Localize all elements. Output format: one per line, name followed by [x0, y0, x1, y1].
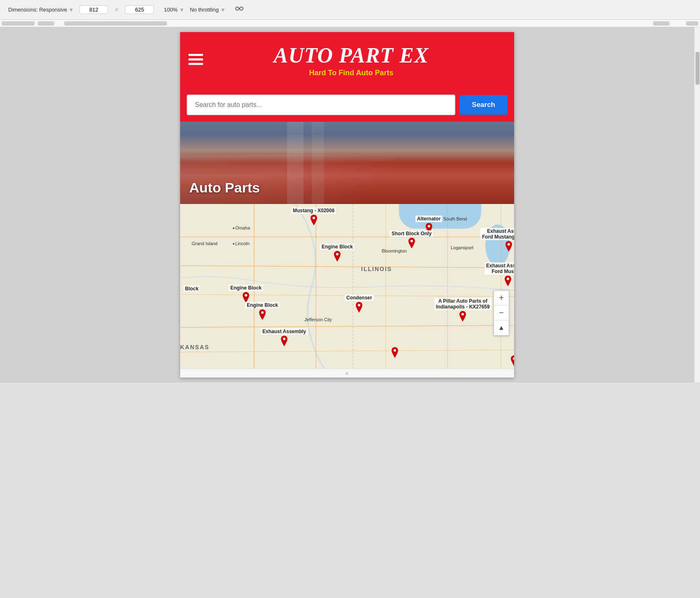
svg-point-0 — [236, 7, 239, 10]
svg-line-7 — [180, 266, 514, 268]
dropdown-arrow: ▾ — [70, 6, 73, 14]
city-grand-island: Grand Island — [192, 241, 218, 246]
search-section: Search — [180, 89, 514, 122]
site-title: AUTO PART EX — [271, 44, 432, 67]
tab-scroll-thumb5 — [686, 21, 698, 25]
svg-point-1 — [240, 7, 243, 10]
vertical-scrollbar[interactable] — [694, 27, 700, 382]
site-subtitle: Hard To Find Auto Parts — [271, 69, 432, 77]
header-title-area: AUTO PART EX Hard To Find Auto Parts — [271, 44, 432, 77]
svg-point-20 — [336, 253, 338, 255]
svg-point-26 — [461, 313, 464, 315]
svg-point-19 — [410, 240, 413, 242]
map-terrain: ILLINOIS KANSAS Omaha Grand Island Linco… — [180, 204, 514, 369]
dimensions-label: Dimensions: Responsive — [8, 7, 67, 13]
throttle-label: No throttling — [190, 7, 219, 13]
map-section[interactable]: ILLINOIS KANSAS Omaha Grand Island Linco… — [180, 204, 514, 369]
svg-line-10 — [180, 350, 514, 352]
settings-icon[interactable] — [234, 4, 244, 16]
width-input[interactable] — [79, 5, 108, 14]
city-omaha: Omaha — [233, 225, 250, 230]
tab-bar — [0, 20, 700, 27]
tab-scroll-thumb2 — [38, 21, 54, 25]
svg-point-24 — [261, 311, 264, 314]
tab-scroll-thumb4 — [653, 21, 670, 25]
viewport-area: AUTO PART EX Hard To Find Auto Parts Sea… — [0, 27, 700, 382]
city-jefferson-city: Jefferson City — [304, 317, 332, 322]
marker-engine-block-left2[interactable]: Engine Block — [245, 302, 280, 322]
marker-a-pillar[interactable]: A Pillar Auto Parts ofIndianapolis - KX2… — [434, 298, 491, 324]
tab-scroll-thumb — [2, 21, 35, 25]
svg-rect-5 — [188, 63, 203, 65]
hero-section: Auto Parts — [180, 122, 514, 204]
zoom-label: 100% — [164, 7, 177, 13]
marker-mustang-x02006[interactable]: Mustang - X02006 — [291, 207, 336, 228]
city-lincoln: Lincoln — [233, 241, 250, 246]
search-input[interactable] — [187, 95, 455, 115]
marker-bottom[interactable] — [390, 347, 400, 360]
zoom-out-button[interactable]: − — [494, 306, 509, 320]
marker-engine-block-center[interactable]: Engine Block — [320, 243, 355, 264]
svg-point-23 — [245, 294, 247, 297]
svg-rect-4 — [188, 58, 203, 60]
marker-bottom-right[interactable] — [509, 355, 514, 369]
throttle-control[interactable]: No throttling ▾ — [190, 6, 225, 14]
svg-point-21 — [508, 243, 510, 246]
marker-block[interactable]: Block — [183, 285, 200, 293]
svg-line-9 — [180, 325, 514, 327]
zoom-in-button[interactable]: + — [494, 291, 509, 306]
svg-point-18 — [428, 225, 430, 227]
city-logansport: Logansport — [451, 245, 473, 250]
search-button[interactable]: Search — [459, 95, 508, 115]
marker-short-block[interactable]: Short Block Only — [390, 230, 433, 251]
hamburger-menu-icon[interactable] — [188, 54, 262, 67]
dimensions-control[interactable]: Dimensions: Responsive ▾ — [8, 6, 73, 14]
state-label-kansas: KANSAS — [180, 344, 209, 350]
svg-rect-3 — [188, 54, 203, 56]
height-input[interactable] — [125, 5, 154, 14]
state-label-illinois: ILLINOIS — [361, 266, 392, 272]
svg-point-27 — [283, 338, 285, 340]
viewport: AUTO PART EX Hard To Find Auto Parts Sea… — [0, 27, 694, 382]
dimension-x: × — [115, 6, 118, 14]
scrollbar-thumb — [695, 52, 700, 85]
svg-point-25 — [358, 304, 360, 306]
compass-button[interactable]: ▲ — [494, 320, 509, 335]
marker-exhaust-ford[interactable]: Exhaust AssemblyFord Mustang — [484, 262, 514, 289]
bottom-drag-handle[interactable]: ≡ — [180, 369, 514, 378]
browser-toolbar: Dimensions: Responsive ▾ × 100% ▾ No thr… — [0, 0, 700, 20]
city-south-bend: South Bend — [443, 216, 467, 221]
zoom-control[interactable]: 100% ▾ — [164, 6, 183, 14]
map-zoom-controls: + − ▲ — [494, 290, 509, 336]
tab-scroll-thumb3 — [64, 21, 167, 25]
svg-point-22 — [507, 278, 509, 280]
site-header: AUTO PART EX Hard To Find Auto Parts — [180, 32, 514, 89]
site-container: AUTO PART EX Hard To Find Auto Parts Sea… — [180, 32, 514, 378]
svg-point-28 — [394, 349, 396, 352]
marker-exhaust-bottom[interactable]: Exhaust Assembly — [261, 328, 308, 349]
hero-text: Auto Parts — [189, 180, 260, 196]
marker-condenser[interactable]: Condenser — [345, 294, 374, 315]
svg-point-17 — [313, 217, 315, 219]
drag-icon: ≡ — [345, 371, 349, 376]
marker-exhaust-11755f[interactable]: Exhaust AssemblyFord Mustang - 11755F — [480, 228, 514, 254]
